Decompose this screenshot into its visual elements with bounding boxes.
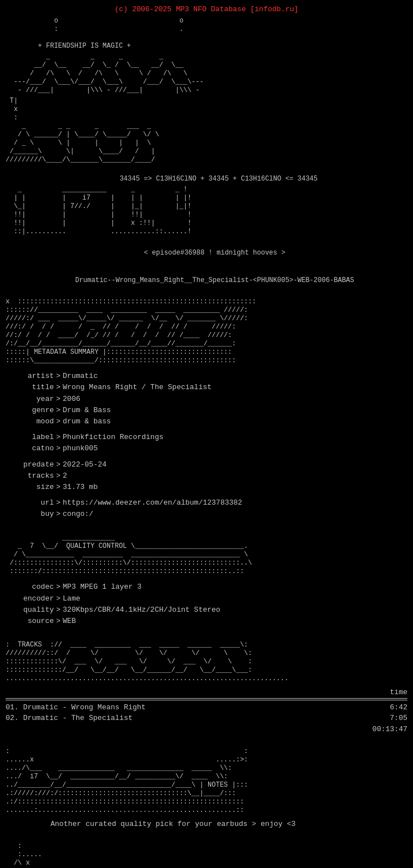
catno-row: catno > phunk005 [6,443,407,454]
ascii-art-block3: _ ___________ _ _ ! | | | i7 | | | | |! … [6,186,407,236]
notes-text: Another curated quality pick for your ea… [51,819,407,829]
quality-block: codec > MP3 MPEG 1 layer 3 encoder > Lam… [6,581,407,627]
track-2-name: 02. Drumatic - The Specialist [6,713,132,723]
friendship-text: + FRIENDSHIP IS MAGIC + [38,42,131,50]
ascii-art-block2: T| x : _ _ _ _ ___ _ / \ ______/ | \____… [6,97,407,164]
url-row: url > https://www.deezer.com/en/album/12… [6,497,407,509]
catno-label: catno [6,444,56,454]
quality-row: quality > 320Kbps/CBR/44.1kHz/2CH/Joint … [6,604,407,616]
artist-row: artist > Drumatic [6,371,407,382]
codec-value: MP3 MPEG 1 layer 3 [63,582,141,592]
year-label: year [6,394,56,404]
catno-value: phunk005 [63,444,98,454]
total-time: 00:13:47 [373,724,407,735]
track-2-time: 7:05 [374,713,407,723]
metadata-block: artist > Drumatic title > Wrong Means Ri… [6,371,407,520]
genre-row: genre > Drum & Bass [6,405,407,416]
quality-label: quality [6,605,56,615]
url-value: https://www.deezer.com/en/album/12378338… [63,498,242,508]
label-value: Phunkfiction Recordings [63,432,163,442]
formula-line: 34345 => C13H16ClNO + 34345 + C13H16ClNO… [6,167,407,183]
source-row: source > WEB [6,616,407,627]
page-container: (c) 2006-2025 MP3 NFO Database [infodb.r… [6,4,407,868]
track-row-2: 02. Drumatic - The Specialist 7:05 [6,713,407,723]
codec-row: codec > MP3 MPEG 1 layer 3 [6,581,407,593]
buy-row: buy > congo:/ [6,509,407,520]
artist-label: artist [6,371,56,381]
title-label: title [6,382,56,393]
source-value: WEB [63,616,76,626]
year-row: year > 2006 [6,394,407,405]
ascii-art-metadata-border: x ::::::::::::::::::::::::::::::::::::::… [6,298,407,365]
buy-value: congo:/ [63,509,94,519]
encoder-label: encoder [6,594,56,604]
ascii-art-top: o o : . + FRIENDSHIP IS MAGIC + [6,17,407,50]
header-title-text: (c) 2006-2025 MP3 NFO Database [infodb.r… [114,5,299,13]
size-label: size [6,482,56,492]
site-header: (c) 2006-2025 MP3 NFO Database [infodb.r… [6,4,407,15]
episode-text: < episode#36988 ! midnight hooves > [144,249,285,257]
mood-row: mood > drum & bass [6,416,407,427]
title-value: Wrong Means Right / The Specialist [63,382,212,393]
track-1-name: 01. Drumatic - Wrong Means Right [6,703,146,713]
genre-value: Drum & Bass [63,405,111,415]
track-row-1: 01. Drumatic - Wrong Means Right 6:42 [6,703,407,713]
ascii-art-footer: : :..... /\ x ./________________________… [6,834,407,868]
predate-row: predate > 2022-05-24 [6,459,407,470]
encoder-row: encoder > Lame [6,593,407,604]
tracks-time-header: time [6,687,407,699]
mood-label: mood [6,417,56,427]
genre-label: genre [6,405,56,415]
mood-value: drum & bass [63,417,111,427]
label-row: label > Phunkfiction Recordings [6,432,407,443]
tracks-label: tracks [6,471,56,481]
release-line: Drumatic--Wrong_Means_Right__The_Special… [6,268,407,293]
title-row: title > Wrong Means Right / The Speciali… [6,382,407,393]
url-label: url [6,498,56,508]
tracks-block: time 01. Drumatic - Wrong Means Right 6:… [6,687,407,735]
encoder-value: Lame [63,594,80,604]
codec-label: codec [6,582,56,592]
predate-value: 2022-05-24 [63,460,107,470]
size-row: size > 31.73 mb [6,482,407,493]
time-label: time [390,687,407,698]
ascii-art-quality-border: _____________ _ 7 \__/ QUALITY CONTROL \… [6,525,407,576]
track-1-time: 6:42 [374,703,407,713]
notes-content: Another curated quality pick for your ea… [51,820,296,828]
tracks-value: 2 [63,471,67,481]
quality-value: 320Kbps/CBR/44.1kHz/2CH/Joint Stereo [63,605,221,615]
year-value: 2006 [63,394,80,404]
buy-label: buy [6,509,56,519]
total-row: 00:13:47 [6,724,407,735]
source-label: source [6,616,56,626]
predate-label: predate [6,460,56,470]
release-text: Drumatic--Wrong_Means_Right__The_Special… [75,276,354,284]
size-value: 31.73 mb [63,482,98,492]
ascii-art-notes-border: : : ......x .....:>: ..../\___ _________… [6,739,407,815]
ascii-art-tracks-border: : TRACKS :// ____ _________ ___ _____ __… [6,632,407,683]
tracks-row: tracks > 2 [6,470,407,482]
episode-line: < episode#36988 ! midnight hooves > [6,241,407,266]
label-label: label [6,432,56,442]
ascii-art-horses: _ _ _ _ __/ \__ __/ \_ / \__ __/ \__ / /… [6,53,407,95]
artist-value: Drumatic [63,371,98,381]
formula-text: 34345 => C13H16ClNO + 34345 + C13H16ClNO… [108,175,318,183]
